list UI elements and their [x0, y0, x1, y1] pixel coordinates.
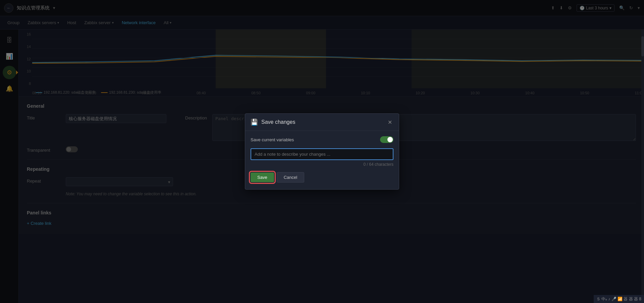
modal-header: 💾 Save changes ✕: [245, 114, 399, 131]
tray-icons: Ｓ 中ₒ ♪ 🎤 📶 器 器 器 8: [596, 296, 641, 302]
system-tray: Ｓ 中ₒ ♪ 🎤 📶 器 器 器 8: [594, 295, 644, 303]
floppy-disk-icon: 💾: [251, 118, 258, 126]
save-variables-toggle[interactable]: [380, 136, 393, 143]
save-variables-label: Save current variables: [251, 137, 376, 142]
modal-close-button[interactable]: ✕: [386, 118, 393, 126]
modal-title: Save changes: [261, 119, 383, 125]
modal-footer: Save Cancel: [251, 172, 393, 184]
cancel-button[interactable]: Cancel: [277, 172, 304, 183]
modal-body: Save current variables 0 / 64 characters…: [245, 131, 399, 189]
modal-overlay: 💾 Save changes ✕ Save current variables …: [0, 0, 644, 303]
save-variables-row: Save current variables: [251, 136, 393, 143]
note-input[interactable]: [251, 148, 393, 160]
save-changes-modal: 💾 Save changes ✕ Save current variables …: [245, 113, 399, 190]
char-count: 0 / 64 characters: [251, 162, 393, 167]
save-button[interactable]: Save: [251, 172, 274, 182]
